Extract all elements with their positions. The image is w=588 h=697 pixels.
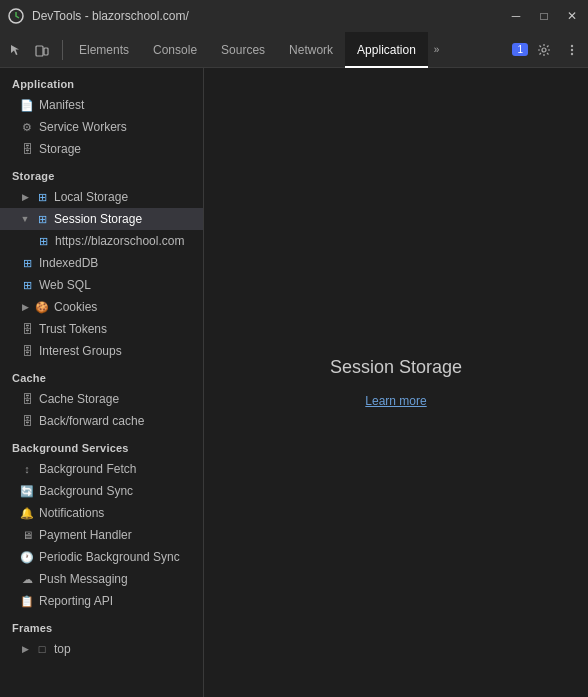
maximize-button[interactable]: □ xyxy=(536,9,552,23)
cache-storage-icon: 🗄 xyxy=(20,392,34,406)
svg-point-6 xyxy=(571,52,573,54)
grid-icon-blazor: ⊞ xyxy=(36,234,50,248)
tab-bar: Elements Console Sources Network Applica… xyxy=(67,32,512,68)
section-storage: Storage xyxy=(0,160,203,186)
sidebar-item-interest-groups[interactable]: 🗄 Interest Groups xyxy=(0,340,203,362)
sidebar-item-local-storage[interactable]: ▶ ⊞ Local Storage xyxy=(0,186,203,208)
sidebar-item-manifest[interactable]: 📄 Manifest xyxy=(0,94,203,116)
grid-icon-local: ⊞ xyxy=(35,190,49,204)
gear-icon: ⚙ xyxy=(20,120,34,134)
push-icon: ☁ xyxy=(20,572,34,586)
content-area: Session Storage Learn more xyxy=(204,68,588,697)
svg-point-5 xyxy=(571,48,573,50)
payment-icon: 🖥 xyxy=(20,528,34,542)
sidebar-item-service-workers[interactable]: ⚙ Service Workers xyxy=(0,116,203,138)
tab-elements[interactable]: Elements xyxy=(67,32,141,68)
report-icon: 📋 xyxy=(20,594,34,608)
tab-network[interactable]: Network xyxy=(277,32,345,68)
sidebar-item-trust-tokens[interactable]: 🗄 Trust Tokens xyxy=(0,318,203,340)
cookie-icon: 🍪 xyxy=(35,300,49,314)
backforward-icon: 🗄 xyxy=(20,414,34,428)
svg-rect-1 xyxy=(36,46,43,56)
tab-sources[interactable]: Sources xyxy=(209,32,277,68)
section-cache: Cache xyxy=(0,362,203,388)
menu-icon[interactable] xyxy=(560,38,584,62)
notification-badge[interactable]: 1 xyxy=(512,43,528,56)
tab-more-button[interactable]: » xyxy=(428,44,446,55)
toolbar-right: 1 xyxy=(512,38,584,62)
sidebar-item-cache-storage[interactable]: 🗄 Cache Storage xyxy=(0,388,203,410)
sidebar-item-periodic-bg-sync[interactable]: 🕐 Periodic Background Sync xyxy=(0,546,203,568)
indexeddb-icon: ⊞ xyxy=(20,256,34,270)
grid-icon-session: ⊞ xyxy=(35,212,49,226)
settings-icon[interactable] xyxy=(532,38,556,62)
bell-icon: 🔔 xyxy=(20,506,34,520)
tab-console[interactable]: Console xyxy=(141,32,209,68)
expand-arrow-local: ▶ xyxy=(20,192,30,202)
sidebar-item-payment-handler[interactable]: 🖥 Payment Handler xyxy=(0,524,203,546)
interest-groups-icon: 🗄 xyxy=(20,344,34,358)
sync-icon: 🔄 xyxy=(20,484,34,498)
sidebar-item-background-fetch[interactable]: ↕ Background Fetch xyxy=(0,458,203,480)
section-frames: Frames xyxy=(0,612,203,638)
periodic-icon: 🕐 xyxy=(20,550,34,564)
sidebar-item-frames-top[interactable]: ▶ □ top xyxy=(0,638,203,660)
storage-icon: 🗄 xyxy=(20,142,34,156)
toolbar: Elements Console Sources Network Applica… xyxy=(0,32,588,68)
devtools-icon xyxy=(8,8,24,24)
title-bar: DevTools - blazorschool.com/ ─ □ ✕ xyxy=(0,0,588,32)
websql-icon: ⊞ xyxy=(20,278,34,292)
sidebar: Application 📄 Manifest ⚙ Service Workers… xyxy=(0,68,204,697)
frame-icon: □ xyxy=(35,642,49,656)
sidebar-item-background-sync[interactable]: 🔄 Background Sync xyxy=(0,480,203,502)
content-title: Session Storage xyxy=(330,357,462,378)
sidebar-item-web-sql[interactable]: ⊞ Web SQL xyxy=(0,274,203,296)
toolbar-divider xyxy=(62,40,63,60)
window-controls: ─ □ ✕ xyxy=(508,9,580,23)
expand-arrow-session: ▼ xyxy=(20,214,30,224)
sidebar-item-push-messaging[interactable]: ☁ Push Messaging xyxy=(0,568,203,590)
fetch-icon: ↕ xyxy=(20,462,34,476)
svg-point-4 xyxy=(571,44,573,46)
sidebar-item-storage[interactable]: 🗄 Storage xyxy=(0,138,203,160)
close-button[interactable]: ✕ xyxy=(564,9,580,23)
cursor-icon[interactable] xyxy=(4,38,28,62)
trust-tokens-icon: 🗄 xyxy=(20,322,34,336)
device-icon[interactable] xyxy=(30,38,54,62)
minimize-button[interactable]: ─ xyxy=(508,9,524,23)
section-background-services: Background Services xyxy=(0,432,203,458)
sidebar-item-reporting-api[interactable]: 📋 Reporting API xyxy=(0,590,203,612)
toolbar-icons xyxy=(4,38,54,62)
sidebar-item-backforward-cache[interactable]: 🗄 Back/forward cache xyxy=(0,410,203,432)
svg-point-3 xyxy=(542,48,546,52)
learn-more-link[interactable]: Learn more xyxy=(365,394,426,408)
sidebar-item-notifications[interactable]: 🔔 Notifications xyxy=(0,502,203,524)
manifest-icon: 📄 xyxy=(20,98,34,112)
window-title: DevTools - blazorschool.com/ xyxy=(32,9,500,23)
sidebar-item-indexeddb[interactable]: ⊞ IndexedDB xyxy=(0,252,203,274)
section-application: Application xyxy=(0,68,203,94)
main-layout: Application 📄 Manifest ⚙ Service Workers… xyxy=(0,68,588,697)
svg-rect-2 xyxy=(44,48,48,55)
expand-arrow-cookies: ▶ xyxy=(20,302,30,312)
sidebar-item-blazorschool[interactable]: ⊞ https://blazorschool.com xyxy=(0,230,203,252)
sidebar-item-cookies[interactable]: ▶ 🍪 Cookies xyxy=(0,296,203,318)
tab-application[interactable]: Application xyxy=(345,32,428,68)
sidebar-item-session-storage[interactable]: ▼ ⊞ Session Storage xyxy=(0,208,203,230)
expand-arrow-frames: ▶ xyxy=(20,644,30,654)
